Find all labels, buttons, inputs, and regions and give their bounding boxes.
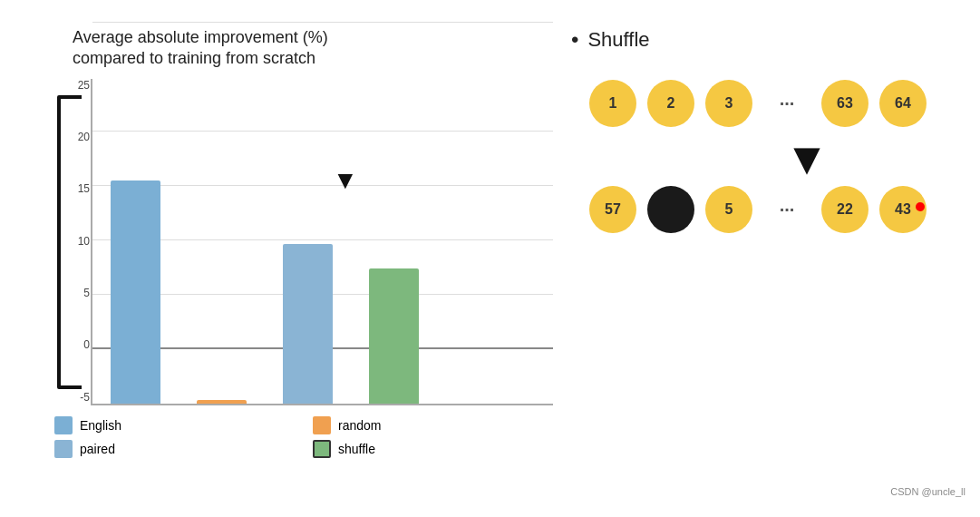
legend-label-english: English (80, 418, 121, 433)
y-label-10: 10 (58, 235, 90, 248)
token-3: 3 (705, 80, 752, 127)
token-row-bottom: 57 5 ··· 22 43 (589, 186, 970, 233)
y-label-25: 25 (58, 79, 90, 92)
token-5: 5 (705, 186, 752, 233)
y-label-15: 15 (58, 182, 90, 195)
legend-color-random (313, 416, 331, 434)
legend-item-random: random (313, 416, 553, 434)
token-black-square (647, 186, 694, 233)
bullet-point: • (571, 27, 578, 53)
bar-random (197, 400, 247, 404)
bar-group-english (111, 180, 160, 404)
bar-group-paired (283, 244, 333, 404)
token-57: 57 (589, 186, 636, 233)
chart-title-line1: Average absolute improvement (%) (73, 28, 328, 46)
legend-item-paired: paired (54, 440, 295, 458)
shuffle-title-text: Shuffle (587, 28, 649, 52)
token-43: 43 (879, 186, 927, 233)
bar-paired (283, 244, 333, 404)
token-dots-top: ··· (763, 80, 810, 127)
legend-color-english (54, 416, 73, 434)
token-64: 64 (879, 80, 927, 127)
legend-color-shuffle (313, 440, 331, 458)
legend-label-paired: paired (80, 442, 115, 456)
bars-container (111, 79, 544, 404)
y-label-0: 0 (58, 338, 90, 351)
token-1: 1 (589, 80, 636, 127)
shuffle-arrow: ▼ (644, 136, 970, 181)
bar-english (111, 180, 160, 404)
chart-legend: English random paired shuffle (54, 416, 553, 458)
grid-25 (92, 22, 553, 23)
chart-title: Average absolute improvement (%) compare… (73, 27, 553, 70)
bar-group-random (197, 400, 247, 404)
watermark: CSDN @uncle_ll (890, 486, 965, 497)
shuffle-title: • Shuffle (571, 27, 970, 53)
bar-shuffle (369, 268, 419, 404)
chart-plot: 25 20 15 10 5 0 -5 (91, 79, 553, 405)
legend-label-shuffle: shuffle (338, 442, 375, 456)
token-63: 63 (821, 80, 868, 127)
chart-title-line2: compared to training from scratch (73, 49, 315, 67)
y-label-5: 5 (58, 287, 90, 299)
legend-item-english: English (54, 416, 295, 434)
legend-color-paired (54, 440, 73, 458)
y-axis-labels: 25 20 15 10 5 0 -5 (58, 79, 90, 404)
bar-group-shuffle (369, 268, 419, 404)
token-row-top: 1 2 3 ··· 63 64 (589, 80, 970, 127)
chart-section: Average absolute improvement (%) compare… (0, 9, 562, 508)
legend-label-random: random (338, 418, 381, 433)
y-label-neg5: -5 (58, 391, 90, 404)
y-label-20: 20 (58, 131, 90, 143)
token-dots-bottom: ··· (763, 186, 810, 233)
legend-item-shuffle: shuffle (313, 440, 553, 458)
shuffle-section: • Shuffle 1 2 3 ··· 63 64 ▼ 57 5 ··· 22 … (562, 9, 979, 508)
token-22: 22 (821, 186, 868, 233)
red-dot (916, 202, 925, 211)
chart-area: 25 20 15 10 5 0 -5 (45, 79, 553, 405)
token-2: 2 (647, 80, 694, 127)
